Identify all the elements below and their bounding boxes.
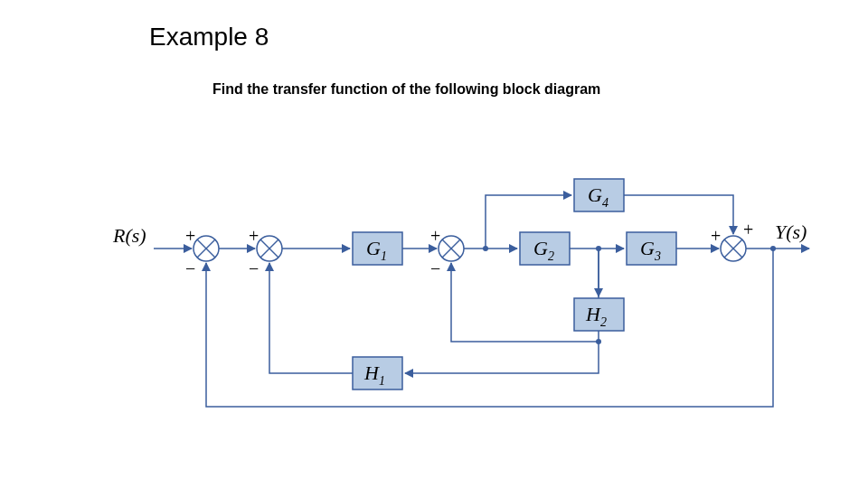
summing-junction-s2	[257, 236, 282, 261]
block-diagram: R(s) + − + − G1 + − G2	[0, 0, 868, 488]
wire-node-h1	[405, 342, 599, 373]
summing-junction-s3	[439, 236, 464, 261]
s4-sign-plus-top: +	[743, 220, 753, 239]
wire-unity-feedback	[206, 249, 773, 407]
summing-junction-s4	[721, 236, 746, 261]
block-g2: G2	[520, 232, 570, 265]
input-label: R(s)	[112, 224, 146, 247]
wire-h1-s2	[269, 263, 353, 373]
s3-sign-minus: −	[430, 258, 440, 278]
takeoff-node-h2path	[596, 339, 601, 344]
s2-sign-minus: −	[249, 258, 259, 278]
s4-sign-plus-left: +	[711, 226, 721, 246]
block-g1: G1	[353, 232, 402, 265]
s3-sign-plus: +	[430, 226, 440, 246]
summing-junction-s1	[193, 236, 219, 261]
s2-sign-plus: +	[249, 226, 259, 246]
takeoff-node-g4in	[483, 246, 488, 251]
block-h1: H1	[353, 357, 402, 389]
s1-sign-minus: −	[185, 258, 195, 278]
s1-sign-plus: +	[185, 226, 195, 246]
block-g4: G4	[574, 179, 624, 211]
output-label: Y(s)	[775, 221, 807, 243]
block-h2: H2	[574, 298, 624, 331]
block-g3: G3	[627, 232, 676, 265]
